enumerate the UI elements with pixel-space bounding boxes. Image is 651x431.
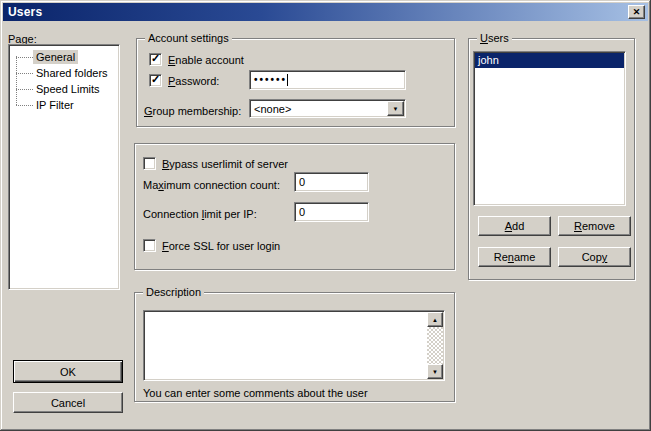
page-item-label[interactable]: IP Filter (33, 98, 77, 112)
cancel-button[interactable]: Cancel (13, 392, 123, 413)
max-connection-count-input[interactable]: 0 (294, 172, 369, 192)
text-cursor (287, 74, 288, 86)
tree-branch-line (16, 73, 33, 74)
page-item-label[interactable]: Shared folders (33, 66, 111, 80)
max-connection-count-label: Maximum connection count: (143, 179, 280, 192)
page-item-shared-folders[interactable]: Shared folders (9, 65, 119, 81)
force-ssl-checkbox[interactable] (143, 239, 156, 252)
password-input[interactable]: •••••• (249, 70, 406, 90)
connection-limit-per-ip-input[interactable]: 0 (294, 202, 369, 222)
description-title: Description (143, 286, 204, 299)
password-checkbox[interactable] (149, 74, 162, 87)
window-title: Users (3, 5, 42, 19)
users-group-title: Users (477, 32, 512, 45)
description-caption: You can enter some comments about the us… (143, 387, 368, 400)
group-membership-value: <none> (254, 103, 291, 115)
titlebar: Users ✕ (3, 3, 648, 21)
page-item-ip-filter[interactable]: IP Filter (9, 97, 119, 113)
account-settings-title: Account settings (145, 32, 232, 45)
group-membership-label: Group membership: (144, 105, 241, 118)
ok-button[interactable]: OK (13, 360, 123, 383)
chevron-down-icon: ▼ (393, 106, 399, 112)
tree-branch-line (16, 105, 33, 106)
page-item-label[interactable]: General (33, 50, 78, 64)
scrollbar-track[interactable] (427, 327, 443, 364)
page-item-speed-limits[interactable]: Speed Limits (9, 81, 119, 97)
description-textarea[interactable]: ▲ ▼ (143, 310, 445, 381)
max-connection-count-value: 0 (299, 176, 305, 188)
add-user-button[interactable]: Add (478, 216, 551, 236)
remove-user-button[interactable]: Remove (558, 216, 631, 236)
enable-account-checkbox[interactable] (149, 53, 162, 66)
close-icon: ✕ (633, 7, 641, 17)
page-item-general[interactable]: General (9, 49, 119, 65)
password-label: Password: (168, 75, 219, 88)
tree-branch-line (16, 89, 33, 90)
scroll-up-button[interactable]: ▲ (427, 312, 443, 327)
password-masked-value: •••••• (254, 75, 287, 85)
enable-account-label: Enable account (168, 54, 244, 67)
tree-branch-line (16, 57, 33, 58)
connection-limits-group: Bypass userlimit of server Maximum conne… (134, 143, 455, 270)
rename-user-button[interactable]: Rename (478, 247, 551, 267)
users-group: Users john Add Remove Rename Copy (468, 38, 635, 280)
scroll-down-button[interactable]: ▼ (427, 364, 443, 379)
bypass-userlimit-checkbox[interactable] (143, 157, 156, 170)
description-scrollbar[interactable]: ▲ ▼ (427, 312, 443, 379)
account-settings-group: Account settings Enable account Password… (136, 38, 455, 127)
user-list-item[interactable]: john (475, 53, 624, 68)
chevron-up-icon: ▲ (432, 317, 438, 323)
page-item-label[interactable]: Speed Limits (33, 82, 103, 96)
connection-limit-per-ip-value: 0 (299, 206, 305, 218)
force-ssl-label: Force SSL for user login (162, 240, 280, 253)
group-membership-select[interactable]: <none> ▼ (249, 99, 406, 118)
tree-guide-line (16, 56, 17, 105)
combo-dropdown-button[interactable]: ▼ (387, 101, 404, 116)
page-tree[interactable]: General Shared folders Speed Limits IP F… (8, 44, 120, 290)
users-listbox[interactable]: john (473, 51, 626, 206)
connection-limit-per-ip-label: Connection limit per IP: (143, 208, 257, 221)
close-button[interactable]: ✕ (628, 5, 645, 19)
chevron-down-icon: ▼ (432, 369, 438, 375)
description-group: Description ▲ ▼ You can enter some comme… (134, 292, 455, 402)
bypass-userlimit-label: Bypass userlimit of server (162, 158, 288, 171)
copy-user-button[interactable]: Copy (558, 247, 631, 267)
users-dialog: Users ✕ Page: General Shared folders Spe… (0, 0, 651, 431)
